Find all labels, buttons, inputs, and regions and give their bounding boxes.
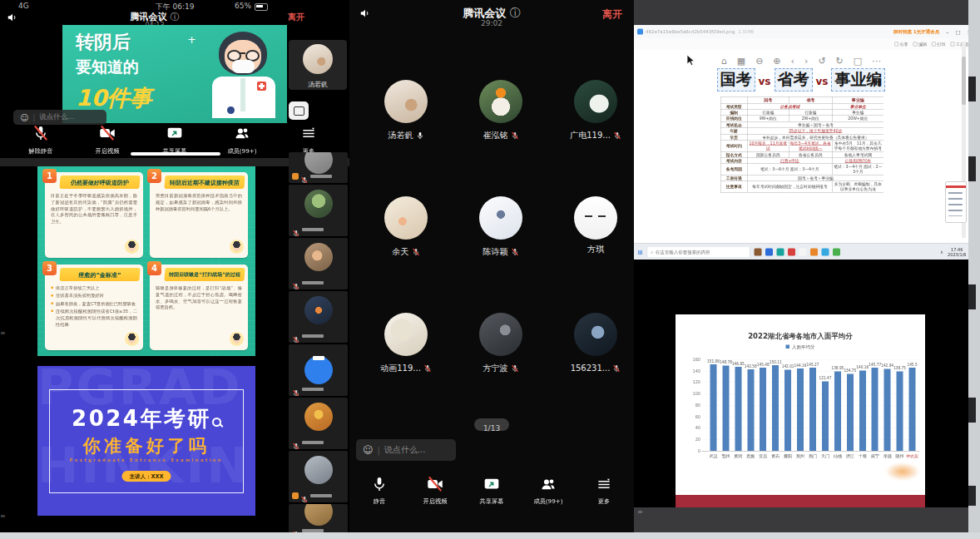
participant-tile[interactable]: 动画119... [360, 313, 452, 376]
chart-slide: 2022湖北省考各地市入面平均分入面平均分0204060801001201401… [676, 314, 925, 507]
participant-tile[interactable]: 余天 [360, 196, 452, 260]
viewer-tool-icon[interactable]: ⌂ [721, 56, 727, 67]
action-icon [932, 42, 936, 47]
emoji-icon[interactable]: ☺ [20, 113, 28, 122]
viewer-tool-icon[interactable]: ↺ [818, 56, 825, 67]
y-tick-label: 60 [684, 414, 700, 419]
tray-chevron-icon[interactable]: ∧ [940, 250, 943, 255]
taskbar-app-icon[interactable] [799, 249, 807, 256]
avatar [304, 296, 333, 324]
toolbar-share-button[interactable]: 共享屏幕 [465, 476, 518, 507]
taskbar-app-icon[interactable] [765, 249, 773, 256]
mic-muted-icon [613, 127, 621, 143]
participant-tile[interactable]: 广电119... [550, 80, 641, 143]
tray-clock[interactable]: 17:462023/1/6 [948, 247, 966, 258]
viewer-tool-icon[interactable]: ▦ [737, 56, 745, 67]
card-title: 痊愈的“金标准” [78, 271, 121, 278]
card-body: 体温正常持续三天以上症状基本消失或明显好转如果有肺炎，复查CT显示病灶已明显吸收… [51, 284, 137, 329]
promo-text[interactable]: 限时特惠 1元开通会员 [893, 28, 939, 35]
taskbar-app-icon[interactable] [788, 249, 795, 256]
avatar [384, 196, 428, 240]
participant-tile[interactable]: 崔泓铭 [455, 80, 547, 143]
participant-tile[interactable]: 汤若釩 [360, 80, 452, 143]
taskbar-app-icon[interactable] [755, 249, 762, 256]
maximize-button[interactable]: □ [955, 28, 960, 35]
bar [735, 367, 741, 451]
emoji-icon[interactable]: ☺ [363, 444, 374, 456]
slide-subtitle: 你准备好了吗 [37, 434, 255, 457]
participant-name: 方琪 [587, 244, 604, 255]
bar [897, 372, 903, 451]
toolbar-label: 解除静音 [28, 146, 52, 155]
toolbar-mic-muted-button[interactable]: 解除静音 [14, 125, 67, 156]
self-video-tile[interactable]: 汤若釩 [289, 40, 347, 90]
bar [822, 381, 829, 451]
more-icon [596, 476, 612, 496]
viewer-tool-icon[interactable]: ⊕ [773, 56, 780, 67]
screenshot-button[interactable] [289, 101, 309, 120]
toolbar-camera-off-button[interactable]: 开启视频 [81, 125, 134, 156]
filmstrip-tile[interactable] [289, 185, 348, 236]
filmstrip-tile[interactable] [289, 398, 348, 449]
mic-muted-icon [511, 127, 519, 143]
image-viewer-window: d62e7a15e6be5a6cd2b5443f29ed.png 2.31MB … [634, 25, 968, 243]
share-icon [166, 125, 183, 145]
viewer-tool-icon[interactable]: ⋯ [872, 56, 881, 67]
viewer-tool-icon[interactable]: ‹ [791, 56, 794, 67]
edge-mark: ≡ [0, 331, 7, 340]
filmstrip-tile[interactable] [289, 344, 348, 396]
camera-off-icon [427, 476, 443, 496]
toolbar-members-button[interactable]: 成员(99+) [215, 125, 269, 156]
preview-thumbnail[interactable] [945, 181, 967, 223]
bar [859, 371, 866, 451]
quick-action-button[interactable]: 打印 [932, 42, 946, 47]
leave-button[interactable]: 离开 [288, 12, 304, 23]
bar [710, 364, 716, 451]
taskbar-app-icon[interactable] [833, 249, 840, 256]
mic-muted-icon [511, 360, 519, 376]
filmstrip-tile[interactable] [289, 152, 348, 183]
filmstrip-tile[interactable] [289, 291, 348, 343]
viewer-tool-icon[interactable]: › [804, 56, 808, 67]
host-badge [292, 173, 299, 180]
participant-name: 汤若釩 [389, 130, 413, 141]
viewer-tool-icon[interactable]: ⊖ [755, 56, 763, 67]
taskbar-app-icon[interactable] [810, 249, 818, 256]
taskbar-search[interactable]: ⌕在这里输入你要搜索的内容 [647, 246, 750, 258]
quick-action-button[interactable]: 分享 [894, 42, 908, 47]
filmstrip-tile[interactable] [289, 238, 348, 289]
toolbar-mic-on-button[interactable]: 静音 [353, 476, 406, 507]
y-tick-label: 160 [684, 357, 700, 362]
toolbar-members-button[interactable]: 成员(99+) [522, 476, 575, 507]
viewer-tool-icon[interactable]: ↻ [836, 56, 844, 67]
app-icon [637, 29, 643, 35]
quick-action-button[interactable]: 编辑 [913, 42, 928, 47]
participant-tile[interactable]: 156231... [550, 313, 641, 376]
speaker-badge: 主讲人：XXX [121, 471, 171, 482]
participant-name: 崔泓铭 [483, 130, 508, 141]
participant-tile[interactable]: 方宁波 [455, 313, 547, 376]
edge-thumbnail-mark [968, 284, 976, 309]
participant-name [302, 388, 324, 391]
filmstrip-tile[interactable] [289, 451, 348, 502]
mic-muted-icon [292, 332, 300, 340]
bar [872, 368, 879, 451]
participant-tile[interactable]: 陈诗颖 [455, 196, 547, 260]
participant-name [302, 281, 324, 284]
card-illustration [230, 240, 244, 254]
minimize-button[interactable]: – [946, 28, 948, 35]
taskbar-app-icon[interactable] [777, 249, 784, 256]
banner-line1: 转阴后 [76, 30, 131, 55]
viewer-tool-icon[interactable]: □ [854, 56, 862, 67]
y-tick-label: 40 [684, 426, 700, 431]
participant-tile[interactable]: 方琪 [550, 196, 641, 255]
toolbar-camera-off-button[interactable]: 开启视频 [408, 476, 462, 507]
start-button[interactable]: ⊞ [637, 248, 643, 256]
toolbar-more-button[interactable]: 更多 [577, 476, 631, 507]
window-filename: d62e7a15e6be5a6cd2b5443f29ed.png [646, 29, 735, 35]
chat-input[interactable]: ☺|说点什么... [356, 439, 456, 461]
taskbar-app-icon[interactable] [822, 249, 829, 256]
mic-muted-icon [32, 125, 49, 145]
dark-footer: ≡ [634, 507, 968, 532]
avatar [479, 313, 522, 356]
